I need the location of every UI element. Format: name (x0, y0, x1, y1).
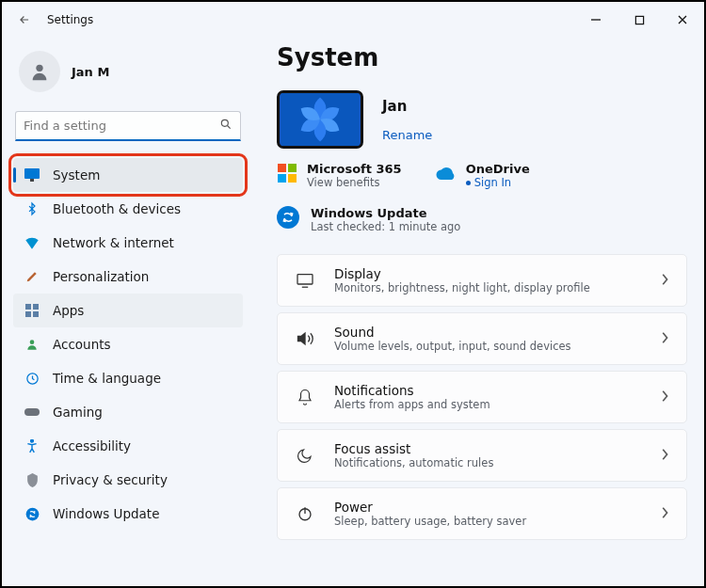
sound-icon (295, 328, 315, 349)
search-box[interactable] (15, 111, 241, 141)
maximize-button[interactable] (618, 6, 661, 34)
sidebar-item-personalization[interactable]: Personalization (13, 260, 243, 294)
sidebar-item-label: Windows Update (53, 506, 159, 521)
sidebar-item-network[interactable]: Network & internet (13, 226, 243, 260)
tile-microsoft365[interactable]: Microsoft 365 View benefits (277, 162, 402, 189)
accessibility-icon (24, 438, 40, 453)
setting-card-power[interactable]: PowerSleep, battery usage, battery saver (277, 487, 687, 540)
moon-icon (295, 445, 315, 466)
svg-point-2 (36, 65, 42, 72)
bluetooth-icon (24, 201, 40, 216)
setting-card-display[interactable]: DisplayMonitors, brightness, night light… (277, 254, 687, 307)
svg-rect-4 (24, 168, 40, 179)
sidebar-item-label: Time & language (53, 371, 161, 386)
apps-icon (24, 303, 40, 318)
svg-point-14 (25, 507, 39, 520)
update-sub: Last checked: 1 minute ago (311, 220, 460, 233)
chevron-right-icon (660, 505, 669, 523)
bell-icon (295, 387, 315, 407)
setting-card-sound[interactable]: SoundVolume levels, output, input, sound… (277, 312, 687, 365)
window-title: Settings (47, 13, 93, 26)
brush-icon (24, 269, 40, 284)
svg-rect-8 (25, 311, 31, 317)
monitor-icon (24, 167, 40, 183)
card-title: Display (334, 266, 641, 281)
power-icon (295, 503, 315, 524)
shield-icon (24, 472, 40, 487)
update-icon (277, 206, 299, 229)
card-sub: Alerts from apps and system (334, 398, 641, 411)
svg-rect-1 (635, 16, 643, 24)
windows-update-status[interactable]: Windows Update Last checked: 1 minute ag… (277, 206, 687, 233)
svg-rect-7 (33, 304, 39, 310)
card-sub: Sleep, battery usage, battery saver (334, 515, 641, 528)
display-icon (295, 270, 315, 291)
user-name: Jan M (72, 65, 109, 79)
svg-rect-16 (297, 275, 313, 284)
sidebar-item-system[interactable]: System (13, 158, 243, 192)
chevron-right-icon (660, 447, 669, 465)
microsoft-logo-icon (277, 163, 297, 183)
tile-subtitle[interactable]: Sign In (466, 176, 530, 189)
sidebar-item-label: Gaming (53, 405, 103, 420)
tile-title: Microsoft 365 (307, 162, 402, 176)
update-title: Windows Update (311, 206, 460, 220)
page-title: System (277, 43, 687, 72)
nav-list: System Bluetooth & devices Network & int… (13, 158, 243, 531)
sidebar-item-gaming[interactable]: Gaming (13, 395, 243, 429)
sidebar-item-time-language[interactable]: Time & language (13, 361, 243, 395)
sidebar-item-label: Accounts (53, 337, 111, 352)
sidebar-item-accessibility[interactable]: Accessibility (13, 429, 243, 463)
sidebar-item-label: Network & internet (53, 235, 174, 250)
chevron-right-icon (660, 389, 669, 406)
svg-point-10 (30, 340, 35, 344)
sidebar-item-label: System (53, 167, 100, 183)
card-sub: Notifications, automatic rules (334, 456, 641, 469)
device-row: Jan Rename (277, 90, 687, 149)
svg-rect-5 (30, 179, 34, 182)
svg-rect-12 (24, 408, 40, 416)
globe-clock-icon (24, 371, 40, 386)
sidebar-item-windows-update[interactable]: Windows Update (13, 497, 243, 531)
sidebar-item-bluetooth[interactable]: Bluetooth & devices (13, 192, 243, 226)
card-sub: Monitors, brightness, night light, displ… (334, 281, 641, 294)
cloud-icon (436, 163, 457, 183)
sidebar-item-privacy[interactable]: Privacy & security (13, 463, 243, 497)
setting-card-notifications[interactable]: NotificationsAlerts from apps and system (277, 371, 687, 423)
chevron-right-icon (660, 330, 669, 348)
card-title: Notifications (334, 383, 641, 398)
sidebar-item-apps[interactable]: Apps (13, 294, 243, 327)
avatar (19, 51, 60, 92)
tile-subtitle: View benefits (307, 176, 402, 189)
search-input[interactable] (24, 119, 219, 133)
wifi-icon (24, 235, 40, 250)
chevron-right-icon (660, 272, 669, 290)
card-title: Focus assist (334, 441, 641, 456)
sidebar-item-accounts[interactable]: Accounts (13, 327, 243, 361)
sidebar-item-label: Privacy & security (53, 472, 168, 487)
close-button[interactable] (661, 6, 704, 34)
tile-title: OneDrive (466, 162, 530, 176)
update-icon (24, 506, 40, 521)
device-thumbnail[interactable] (277, 90, 363, 149)
titlebar: Settings (2, 2, 704, 38)
card-title: Power (334, 500, 641, 515)
main-content: System Jan Rename Microsoft 365 View ben… (254, 38, 704, 586)
sidebar-item-label: Personalization (53, 269, 149, 284)
svg-point-3 (221, 119, 228, 126)
sidebar-item-label: Apps (53, 303, 84, 318)
back-button[interactable] (11, 7, 38, 33)
setting-card-focus-assist[interactable]: Focus assistNotifications, automatic rul… (277, 429, 687, 482)
rename-link[interactable]: Rename (382, 128, 432, 142)
search-icon (219, 117, 233, 135)
tile-onedrive[interactable]: OneDrive Sign In (436, 162, 530, 189)
sidebar: Jan M System Bluetooth & devices Network… (2, 38, 254, 586)
svg-rect-9 (33, 311, 39, 317)
user-profile[interactable]: Jan M (13, 45, 243, 105)
card-sub: Volume levels, output, input, sound devi… (334, 340, 641, 353)
minimize-button[interactable] (574, 6, 618, 34)
person-icon (24, 337, 40, 352)
sidebar-item-label: Bluetooth & devices (53, 201, 181, 216)
card-title: Sound (334, 325, 641, 340)
svg-point-13 (31, 439, 34, 442)
